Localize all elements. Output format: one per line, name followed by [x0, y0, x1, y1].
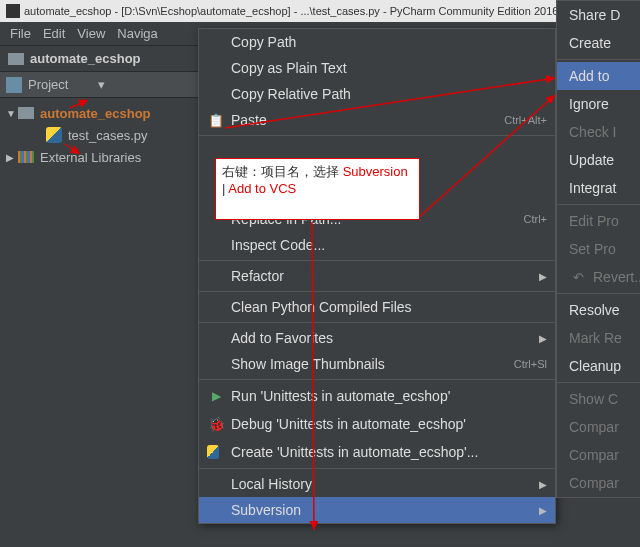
menu-paste[interactable]: 📋PasteCtrl+Alt+: [199, 107, 555, 133]
app-icon: [6, 4, 20, 18]
folder-icon: [8, 53, 24, 65]
annotation-tooltip: 右键：项目名，选择 Subversion | Add to VCS: [215, 158, 420, 220]
submenu-mark[interactable]: Mark Re: [557, 324, 640, 352]
submenu-arrow-icon: ▶: [539, 479, 547, 490]
dropdown-icon[interactable]: ▾: [98, 77, 105, 92]
clipboard-icon: 📋: [207, 113, 225, 128]
submenu-share[interactable]: Share D: [557, 1, 640, 29]
menu-edit[interactable]: Edit: [37, 23, 71, 44]
submenu-check[interactable]: Check I: [557, 118, 640, 146]
separator: [199, 379, 555, 380]
library-icon: [18, 151, 34, 163]
menu-create-test[interactable]: Create 'Unittests in automate_ecshop'...: [199, 438, 555, 466]
submenu-resolve[interactable]: Resolve: [557, 296, 640, 324]
menu-subversion[interactable]: Subversion▶: [199, 497, 555, 523]
menu-clean[interactable]: Clean Python Compiled Files: [199, 294, 555, 320]
separator: [557, 382, 640, 383]
menu-view[interactable]: View: [71, 23, 111, 44]
tree-file-label: test_cases.py: [68, 128, 148, 143]
submenu-edit-pro[interactable]: Edit Pro: [557, 207, 640, 235]
separator: [199, 322, 555, 323]
submenu-compar2[interactable]: Compar: [557, 441, 640, 469]
menu-local-history[interactable]: Local History▶: [199, 471, 555, 497]
project-label: Project: [28, 77, 68, 92]
menu-run[interactable]: ▶Run 'Unittests in automate_ecshop': [199, 382, 555, 410]
python-file-icon: [46, 127, 62, 143]
run-icon: ▶: [207, 389, 225, 403]
separator: [199, 468, 555, 469]
submenu-arrow-icon: ▶: [539, 505, 547, 516]
tree-root-label: automate_ecshop: [40, 106, 151, 121]
folder-icon: [18, 107, 34, 119]
submenu-add-to[interactable]: Add to: [557, 62, 640, 90]
menu-favorites[interactable]: Add to Favorites▶: [199, 325, 555, 351]
separator: [557, 204, 640, 205]
separator: [199, 260, 555, 261]
menu-file[interactable]: File: [4, 23, 37, 44]
menu-navigate[interactable]: Naviga: [111, 23, 163, 44]
menu-inspect[interactable]: Inspect Code...: [199, 232, 555, 258]
submenu-create[interactable]: Create: [557, 29, 640, 57]
submenu-revert[interactable]: ↶Revert...: [557, 263, 640, 291]
submenu-show-c[interactable]: Show C: [557, 385, 640, 413]
submenu-arrow-icon: ▶: [539, 333, 547, 344]
submenu-compar3[interactable]: Compar: [557, 469, 640, 497]
titlebar: automate_ecshop - [D:\Svn\Ecshop\automat…: [0, 0, 640, 22]
separator: [199, 135, 555, 136]
debug-icon: 🐞: [207, 416, 225, 432]
context-menu: Copy Path Copy as Plain Text Copy Relati…: [198, 28, 556, 524]
project-tool-icon: [6, 77, 22, 93]
titlebar-text: automate_ecshop - [D:\Svn\Ecshop\automat…: [24, 5, 577, 17]
submenu-set-pro[interactable]: Set Pro: [557, 235, 640, 263]
expand-icon[interactable]: ▶: [6, 152, 18, 163]
separator: [199, 291, 555, 292]
submenu-compar1[interactable]: Compar: [557, 413, 640, 441]
menu-copy-path[interactable]: Copy Path: [199, 29, 555, 55]
submenu-ignore[interactable]: Ignore: [557, 90, 640, 118]
revert-icon: ↶: [569, 270, 587, 285]
navbar-project[interactable]: automate_ecshop: [30, 51, 141, 66]
submenu-update[interactable]: Update: [557, 146, 640, 174]
submenu-cleanup[interactable]: Cleanup: [557, 352, 640, 380]
menu-refactor[interactable]: Refactor▶: [199, 263, 555, 289]
expand-icon[interactable]: ▼: [6, 108, 18, 119]
tree-external-label: External Libraries: [40, 150, 141, 165]
submenu-arrow-icon: ▶: [539, 271, 547, 282]
separator: [557, 59, 640, 60]
menu-copy-relative[interactable]: Copy Relative Path: [199, 81, 555, 107]
separator: [557, 293, 640, 294]
subversion-submenu: Share D Create Add to Ignore Check I Upd…: [556, 0, 640, 498]
menu-debug[interactable]: 🐞Debug 'Unittests in automate_ecshop': [199, 410, 555, 438]
python-icon: [207, 445, 225, 459]
submenu-integrate[interactable]: Integrat: [557, 174, 640, 202]
menu-copy-plain[interactable]: Copy as Plain Text: [199, 55, 555, 81]
menu-thumbnails[interactable]: Show Image ThumbnailsCtrl+Sl: [199, 351, 555, 377]
